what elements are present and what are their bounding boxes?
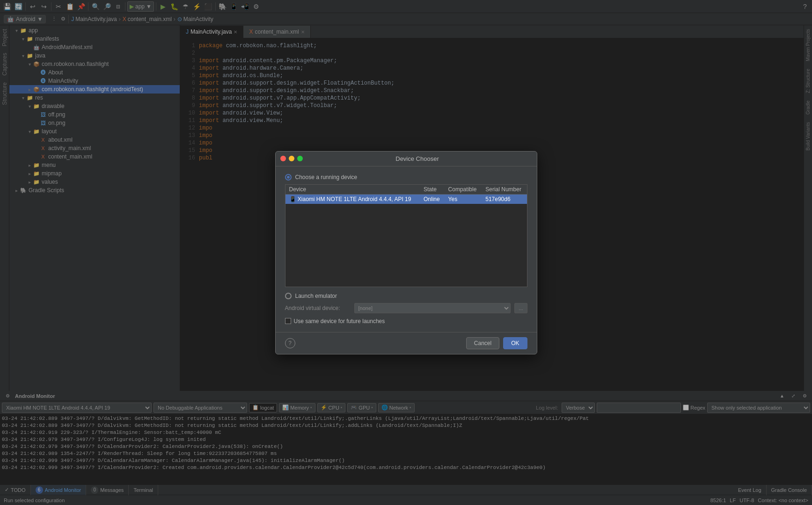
radio-running-device[interactable]: Choose a running device (285, 174, 527, 180)
same-device-checkbox-row: Use same device for future launches (285, 318, 527, 325)
device-table-container: Device State Compatible Serial Number 📱 … (285, 184, 527, 287)
radio-running-indicator[interactable] (285, 174, 292, 180)
device-table-header-row: Device State Compatible Serial Number (285, 185, 527, 195)
modal-titlebar: Device Chooser (276, 152, 537, 166)
col-serial: Serial Number (482, 185, 527, 195)
minimize-window-button[interactable] (289, 156, 294, 161)
device-name-text: Xiaomi HM NOTE 1LTE Android 4.4.4, API 1… (298, 196, 411, 202)
modal-title: Device Chooser (303, 155, 532, 162)
device-phone-icon: 📱 (289, 196, 296, 202)
device-table-header: Device State Compatible Serial Number (285, 185, 527, 195)
avd-browse-button[interactable]: ... (514, 303, 527, 313)
device-cell-serial: 517e90d6 (482, 194, 527, 204)
avd-label: Android virtual device: (285, 305, 351, 311)
traffic-light-controls (280, 156, 303, 161)
device-table-body: 📱 Xiaomi HM NOTE 1LTE Android 4.4.4, API… (285, 194, 527, 204)
modal-help-button[interactable]: ? (285, 338, 295, 348)
radio-launch-emulator[interactable]: Launch emulator (285, 293, 527, 299)
avd-selection-row: Android virtual device: [none] ... (285, 303, 527, 313)
same-device-label: Use same device for future launches (294, 318, 385, 325)
ok-button[interactable]: OK (503, 337, 527, 349)
col-device: Device (285, 185, 420, 195)
device-cell-state: Online (420, 194, 445, 204)
radio-emulator-indicator[interactable] (285, 293, 292, 299)
modal-body: Choose a running device Device State Com… (276, 166, 537, 332)
cancel-button[interactable]: Cancel (466, 337, 499, 349)
device-cell-compatible: Yes (445, 194, 482, 204)
maximize-window-button[interactable] (297, 156, 303, 161)
modal-footer: ? Cancel OK (276, 332, 537, 354)
device-row-xiaomi[interactable]: 📱 Xiaomi HM NOTE 1LTE Android 4.4.4, API… (285, 194, 527, 204)
close-window-button[interactable] (280, 156, 286, 161)
radio-running-label: Choose a running device (295, 174, 358, 180)
col-compatible: Compatible (445, 185, 482, 195)
device-chooser-modal: Device Chooser Choose a running device D… (275, 151, 537, 354)
same-device-checkbox[interactable] (285, 318, 291, 324)
radio-emulator-label: Launch emulator (295, 293, 337, 299)
col-state: State (420, 185, 445, 195)
modal-overlay[interactable]: Device Chooser Choose a running device D… (0, 0, 812, 505)
device-table: Device State Compatible Serial Number 📱 … (285, 185, 527, 204)
avd-select[interactable]: [none] (354, 303, 511, 313)
device-cell-name: 📱 Xiaomi HM NOTE 1LTE Android 4.4.4, API… (285, 194, 420, 204)
